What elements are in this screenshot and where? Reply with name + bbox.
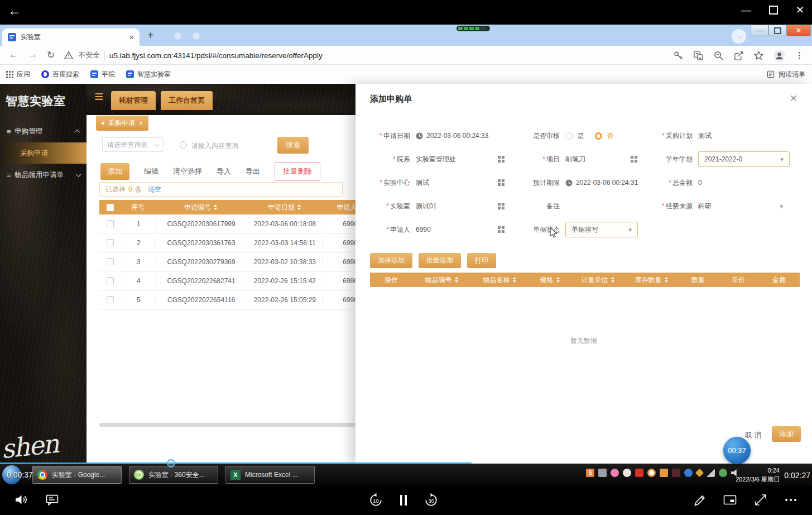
row-checkbox[interactable] (107, 239, 114, 246)
radio-unchecked-icon[interactable] (565, 132, 573, 140)
grid-picker-icon[interactable] (498, 226, 501, 229)
add-button[interactable]: 添加 (100, 163, 129, 180)
tray-icon-mascot[interactable] (623, 469, 631, 477)
tray-icon-shield-green[interactable] (719, 469, 727, 477)
select-all-checkbox[interactable] (107, 204, 114, 211)
tray-icon-network[interactable] (707, 469, 715, 477)
tab-workbench-home[interactable]: 工作台首页 (161, 91, 213, 110)
chrome-close-button[interactable]: ✕ (786, 25, 811, 36)
query-field-select[interactable]: 请选择查询值 (102, 137, 164, 152)
key-icon[interactable] (673, 50, 684, 61)
sort-icon[interactable] (556, 277, 560, 283)
confirm-add-button[interactable]: 添加 (772, 426, 801, 442)
video-progress-bar[interactable] (0, 462, 472, 464)
tray-icon-s-logo[interactable] (586, 469, 594, 477)
browser-reload-button[interactable]: ↻ (47, 49, 55, 61)
radio-checked-icon[interactable] (595, 132, 602, 140)
batch-add-button[interactable]: 批量添加 (419, 253, 461, 268)
subtitle-icon[interactable] (45, 493, 59, 506)
sort-icon[interactable] (455, 277, 458, 283)
table-row[interactable]: 4CGSQ20220226827412022-02-26 15:15:42699… (99, 271, 378, 290)
security-label[interactable]: 不安全 (78, 50, 100, 60)
sidebar-subitem-purchase-request[interactable]: 采购申请 (0, 142, 87, 164)
skip-forward-30-button[interactable]: 30 (424, 493, 439, 508)
query-checkbox[interactable] (180, 141, 187, 149)
taskbar-app-360-browser[interactable]: 实验室 - 360安全... (129, 466, 218, 484)
tray-icon-printer[interactable] (598, 469, 607, 477)
more-options-icon[interactable] (784, 493, 797, 507)
translate-icon[interactable] (693, 50, 704, 61)
tray-icon-red-app[interactable] (635, 469, 643, 477)
sidebar-item-purchase-management[interactable]: ≡申购管理 (0, 120, 87, 142)
fullscreen-icon[interactable] (754, 493, 767, 507)
menu-kebab-icon[interactable] (795, 51, 804, 60)
bookmark-pingyuan[interactable]: 平院 (90, 70, 115, 79)
window-maximize-button[interactable] (769, 6, 778, 15)
sort-icon[interactable] (611, 277, 614, 283)
new-tab-button[interactable]: + (147, 29, 154, 42)
search-button[interactable]: 搜索 (277, 137, 309, 154)
query-input[interactable]: 请输入内容查询 (191, 141, 238, 151)
chrome-maximize-button[interactable] (768, 25, 786, 36)
bookmark-baidu-search[interactable]: 百度搜索 (41, 70, 79, 79)
picture-in-picture-icon[interactable] (723, 494, 737, 506)
tray-icon-folder-app[interactable] (660, 469, 668, 477)
horizontal-scrollbar[interactable] (99, 423, 355, 427)
annotate-pencil-icon[interactable] (693, 493, 706, 507)
window-minimize-button[interactable]: — (741, 5, 751, 15)
bookmark-apps[interactable]: 应用 (6, 70, 30, 79)
modal-close-icon[interactable]: ✕ (790, 93, 797, 104)
tray-icon-flower[interactable] (611, 469, 619, 477)
select-add-button[interactable]: 选择添加 (370, 253, 412, 268)
window-close-button[interactable]: ✕ (796, 5, 804, 15)
grid-picker-icon[interactable] (498, 156, 501, 159)
skip-back-10-button[interactable]: 10 (368, 493, 383, 508)
batch-delete-button[interactable]: 批量删除 (275, 162, 320, 181)
address-bar[interactable]: 不安全 u5.lab.fjysl.com.cn:43141/pdsl/#/con… (64, 46, 323, 65)
tray-icon-gold-shield[interactable] (695, 469, 704, 478)
tab-consumable-management[interactable]: 耗材管理 (111, 91, 156, 110)
bookmark-star-icon[interactable] (753, 50, 764, 61)
chrome-minimize-button[interactable]: — (751, 25, 768, 36)
close-icon[interactable]: × (139, 120, 143, 127)
academic-term-select[interactable]: 2021-2022-0▾ (698, 151, 790, 167)
tray-icon-orange-ring[interactable] (647, 469, 656, 477)
grid-picker-icon[interactable] (498, 179, 501, 182)
browser-forward-button[interactable]: → (28, 49, 37, 60)
tab-search-button[interactable] (732, 29, 746, 44)
zoom-icon[interactable] (713, 50, 724, 61)
sort-icon[interactable] (665, 277, 668, 283)
taskbar-app-excel[interactable]: Microsoft Excel ... (225, 466, 315, 484)
profile-avatar[interactable] (773, 50, 785, 61)
tray-icon-messenger[interactable] (684, 469, 693, 477)
bookmark-smart-lab[interactable]: 智慧实验室 (126, 70, 171, 79)
table-row[interactable]: 5CGSQ20220226541162022-02-26 15:05:29699… (99, 290, 378, 309)
video-progress-knob[interactable] (167, 459, 175, 468)
row-checkbox[interactable] (107, 296, 114, 303)
table-row[interactable]: 2CGSQ20220303617632022-03-03 14:56:11699… (99, 233, 378, 252)
browser-tab[interactable]: 实验室 × (2, 28, 140, 46)
sidebar-item-item-requisition[interactable]: ≡物品领用申请单 (0, 164, 87, 186)
share-icon[interactable] (733, 50, 744, 61)
print-button[interactable]: 打印 (467, 253, 496, 268)
taskbar-clock[interactable]: 0:24 2022/3/6 星期日 (736, 466, 780, 484)
import-button[interactable]: 导入 (217, 166, 231, 177)
tab-close-icon[interactable]: × (129, 32, 134, 42)
row-checkbox[interactable] (107, 220, 114, 227)
table-row[interactable]: 3CGSQ20220302793692022-03-02 10:38:33699… (99, 252, 378, 271)
back-icon[interactable]: ← (8, 3, 21, 18)
tray-icon-security-app[interactable] (672, 469, 680, 477)
row-checkbox[interactable] (107, 258, 114, 265)
sort-icon[interactable] (214, 204, 217, 210)
reading-list-button[interactable]: 阅读清单 (766, 65, 805, 84)
recorder-timer-bubble[interactable]: 00:37 (723, 437, 751, 464)
url-text[interactable]: u5.lab.fjysl.com.cn:43141/pdsl/#/consuma… (109, 51, 323, 60)
pause-button[interactable] (398, 493, 409, 507)
browser-back-button[interactable]: ← (9, 49, 18, 60)
table-row[interactable]: 1CGSQ20220306179992022-03-06 00:18:08699… (99, 214, 378, 233)
sort-icon[interactable] (297, 204, 301, 210)
grid-picker-icon[interactable] (631, 156, 633, 159)
volume-icon[interactable] (15, 493, 28, 506)
grid-picker-icon[interactable] (498, 203, 501, 206)
sort-icon[interactable] (513, 277, 516, 283)
